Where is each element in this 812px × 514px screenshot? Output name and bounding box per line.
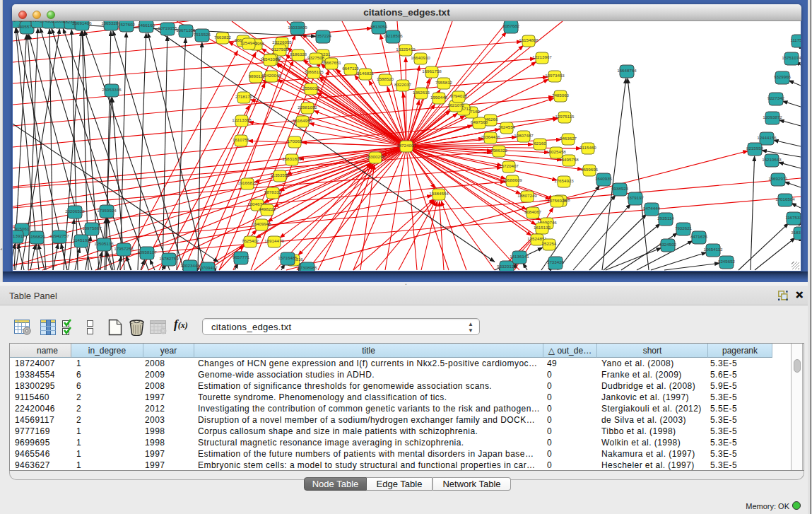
svg-text:7485063: 7485063 bbox=[552, 93, 570, 98]
svg-text:20691406: 20691406 bbox=[72, 21, 92, 25]
svg-text:17016504: 17016504 bbox=[775, 197, 795, 201]
svg-text:2556017: 2556017 bbox=[302, 86, 320, 90]
svg-text:15692971: 15692971 bbox=[768, 176, 788, 181]
svg-text:16640910: 16640910 bbox=[411, 55, 430, 60]
svg-text:1145193: 1145193 bbox=[73, 238, 90, 243]
svg-text:18807249: 18807249 bbox=[517, 193, 537, 198]
svg-text:15831819: 15831819 bbox=[282, 156, 302, 161]
svg-text:9227342: 9227342 bbox=[767, 95, 785, 100]
svg-text:12942757: 12942757 bbox=[49, 233, 69, 238]
svg-text:1254941: 1254941 bbox=[240, 40, 258, 45]
svg-text:10807487: 10807487 bbox=[514, 133, 534, 138]
svg-text:19384554: 19384554 bbox=[429, 191, 449, 196]
svg-text:22420046: 22420046 bbox=[261, 73, 281, 78]
svg-text:6647119: 6647119 bbox=[342, 66, 359, 71]
svg-text:23226055: 23226055 bbox=[272, 40, 292, 45]
svg-text:12444156: 12444156 bbox=[757, 135, 777, 140]
svg-text:1733426: 1733426 bbox=[547, 259, 565, 264]
svg-text:16154808: 16154808 bbox=[519, 37, 539, 42]
svg-text:5878332: 5878332 bbox=[264, 189, 282, 194]
svg-text:9699695: 9699695 bbox=[581, 167, 599, 172]
svg-text:12213967: 12213967 bbox=[532, 54, 552, 59]
svg-text:16409948: 16409948 bbox=[252, 221, 271, 226]
svg-text:12023448: 12023448 bbox=[180, 263, 200, 268]
svg-text:7932621: 7932621 bbox=[675, 226, 693, 230]
svg-text:10654112: 10654112 bbox=[703, 247, 723, 252]
svg-text:20709497: 20709497 bbox=[198, 265, 218, 270]
svg-text:6497568: 6497568 bbox=[471, 119, 488, 124]
svg-text:1156829: 1156829 bbox=[28, 234, 45, 239]
svg-text:1640935: 1640935 bbox=[595, 176, 613, 181]
svg-text:6379197: 6379197 bbox=[627, 195, 645, 200]
svg-text:170065: 170065 bbox=[288, 139, 302, 144]
svg-text:15720407: 15720407 bbox=[499, 163, 519, 168]
svg-text:252254: 252254 bbox=[542, 241, 557, 246]
svg-text:10719155: 10719155 bbox=[158, 25, 177, 30]
svg-text:9794028: 9794028 bbox=[450, 93, 468, 98]
svg-text:95320121: 95320121 bbox=[497, 264, 517, 269]
svg-text:9127509: 9127509 bbox=[271, 47, 289, 52]
svg-text:1588520: 1588520 bbox=[377, 76, 394, 81]
svg-text:2935114: 2935114 bbox=[657, 216, 674, 221]
svg-text:9657771: 9657771 bbox=[233, 255, 250, 259]
svg-text:9324502: 9324502 bbox=[659, 242, 677, 247]
svg-text:10975867: 10975867 bbox=[82, 226, 102, 230]
svg-text:2087682: 2087682 bbox=[502, 23, 520, 28]
svg-text:5938923: 5938923 bbox=[611, 186, 629, 191]
svg-text:9146821: 9146821 bbox=[357, 71, 375, 76]
svg-text:7357224: 7357224 bbox=[314, 33, 332, 38]
svg-text:12093872: 12093872 bbox=[763, 115, 782, 119]
svg-text:56164955: 56164955 bbox=[293, 118, 312, 123]
svg-text:16648764: 16648764 bbox=[617, 68, 637, 73]
svg-text:31831063: 31831063 bbox=[791, 230, 801, 235]
svg-text:16782759: 16782759 bbox=[159, 256, 179, 261]
svg-text:16033809: 16033809 bbox=[288, 25, 307, 30]
svg-text:10688609: 10688609 bbox=[502, 177, 522, 182]
svg-text:9084067: 9084067 bbox=[524, 209, 542, 214]
svg-text:8186328: 8186328 bbox=[290, 52, 307, 57]
svg-text:9245652: 9245652 bbox=[718, 259, 736, 264]
svg-text:8471676: 8471676 bbox=[690, 234, 708, 239]
svg-text:22981052: 22981052 bbox=[298, 105, 317, 110]
svg-text:19218506: 19218506 bbox=[383, 33, 403, 38]
svg-text:62160: 62160 bbox=[534, 141, 546, 146]
svg-text:16495758: 16495758 bbox=[559, 157, 579, 162]
svg-text:7625402: 7625402 bbox=[242, 238, 259, 243]
svg-text:12213383: 12213383 bbox=[232, 117, 252, 122]
svg-text:4498222: 4498222 bbox=[259, 206, 276, 211]
svg-text:15716485: 15716485 bbox=[278, 255, 298, 260]
svg-text:12975115: 12975115 bbox=[555, 114, 575, 119]
svg-text:11353559: 11353559 bbox=[270, 173, 290, 177]
svg-text:55667651: 55667651 bbox=[322, 60, 341, 65]
svg-text:20206528: 20206528 bbox=[65, 209, 85, 214]
svg-text:1362615: 1362615 bbox=[413, 90, 430, 95]
svg-text:1990448: 1990448 bbox=[430, 95, 448, 100]
svg-text:10973493: 10973493 bbox=[545, 73, 565, 78]
svg-text:989012: 989012 bbox=[249, 74, 264, 78]
svg-text:8215958: 8215958 bbox=[746, 146, 764, 151]
svg-text:9329966: 9329966 bbox=[774, 74, 792, 79]
svg-text:18300295: 18300295 bbox=[365, 154, 385, 159]
svg-text:13325419: 13325419 bbox=[396, 47, 416, 52]
svg-text:3624554: 3624554 bbox=[498, 124, 516, 129]
svg-text:15751074: 15751074 bbox=[782, 55, 801, 60]
svg-text:12505135: 12505135 bbox=[94, 241, 114, 246]
svg-text:1167533: 1167533 bbox=[785, 215, 801, 220]
svg-text:17359924: 17359924 bbox=[97, 208, 117, 213]
svg-text:16210643: 16210643 bbox=[762, 157, 782, 162]
svg-text:9463627: 9463627 bbox=[560, 136, 577, 141]
svg-text:10025458: 10025458 bbox=[546, 149, 566, 154]
svg-text:18724007: 18724007 bbox=[396, 143, 416, 148]
svg-text:9327508: 9327508 bbox=[307, 55, 325, 60]
svg-text:1615132: 1615132 bbox=[534, 225, 551, 230]
svg-text:7986322: 7986322 bbox=[490, 148, 508, 153]
svg-text:9474444: 9474444 bbox=[643, 206, 661, 211]
svg-text:8322037: 8322037 bbox=[394, 82, 412, 87]
svg-text:19166827: 19166827 bbox=[237, 180, 257, 185]
svg-text:17957253: 17957253 bbox=[114, 246, 134, 251]
svg-text:14136141: 14136141 bbox=[510, 254, 529, 259]
svg-text:6466160: 6466160 bbox=[138, 23, 155, 28]
svg-text:30868105: 30868105 bbox=[304, 69, 324, 74]
svg-text:1621072: 1621072 bbox=[447, 103, 465, 107]
svg-text:915061: 915061 bbox=[15, 226, 30, 231]
